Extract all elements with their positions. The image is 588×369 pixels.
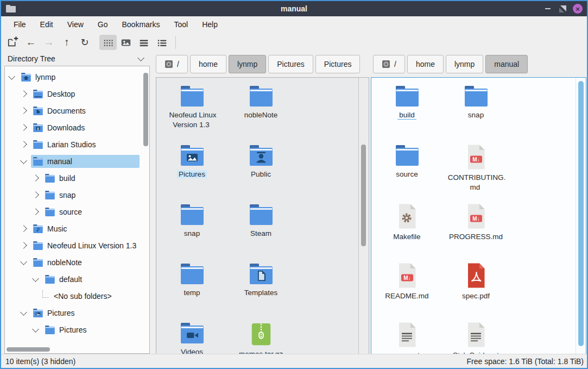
sidebar-horizontal-scrollbar[interactable]: [7, 347, 50, 352]
tree-item-snap[interactable]: snap: [5, 186, 142, 203]
tree-item-build[interactable]: build: [5, 170, 142, 186]
file-item-progress-md[interactable]: PROGRESS.md: [441, 199, 510, 259]
file-item-readme-md[interactable]: README.md: [372, 259, 441, 318]
folder-icon: [179, 262, 205, 285]
tree-item-lynmp[interactable]: lynmp: [5, 68, 142, 85]
chevron-collapsed-icon[interactable]: [20, 90, 27, 97]
item-count-status: 10 item(s) (3 hidden): [5, 357, 75, 366]
file-item-contributing-md[interactable]: CONTRIBUTING.md: [441, 140, 510, 199]
file-item-build[interactable]: build: [372, 81, 441, 140]
menubar: File Edit View Go Bookmarks Tool Help: [1, 16, 587, 33]
menu-view[interactable]: View: [60, 16, 91, 33]
folder-icon: [248, 203, 274, 226]
minimize-button[interactable]: [543, 4, 553, 14]
file-manager-window: manual × File Edit View Go Bookmarks Too…: [0, 0, 588, 369]
breadcrumb-pictures-2[interactable]: Pictures: [315, 55, 361, 73]
chevron-collapsed-icon[interactable]: [32, 174, 39, 182]
chevron-collapsed-icon[interactable]: [20, 242, 27, 249]
chevron-expanded-icon[interactable]: [8, 73, 15, 80]
chevron-collapsed-icon[interactable]: [32, 208, 39, 215]
markdown-file-icon: [465, 203, 487, 229]
right-scrollbar-thumb[interactable]: [578, 81, 584, 346]
tree-item-manual[interactable]: manual: [5, 153, 142, 170]
file-item-neofeud[interactable]: Neofeud Linux Version 1.3: [157, 81, 226, 140]
thumbnail-view-button[interactable]: [117, 35, 135, 50]
menu-go[interactable]: Go: [91, 16, 115, 33]
file-item-memes-archive[interactable]: memes.tar.gz: [226, 318, 295, 355]
tree-item-pictures-sub[interactable]: Pictures: [5, 321, 142, 338]
tree-item-documents[interactable]: Documents: [5, 102, 142, 119]
breadcrumb-lynmp[interactable]: lynmp: [446, 55, 483, 73]
reload-button[interactable]: [76, 35, 93, 50]
chevron-expanded-icon[interactable]: [20, 258, 27, 265]
tree-item-pictures[interactable]: Pictures: [5, 304, 142, 321]
middle-scrollbar-track[interactable]: [358, 78, 369, 354]
folder-icon: [394, 144, 420, 167]
chevron-collapsed-icon[interactable]: [20, 141, 27, 148]
drive-icon: [165, 60, 173, 68]
right-scrollbar-track[interactable]: [576, 78, 586, 354]
breadcrumb-manual[interactable]: manual: [485, 55, 528, 73]
chevron-collapsed-icon[interactable]: [20, 124, 27, 131]
breadcrumb-home[interactable]: home: [190, 55, 226, 73]
tree-item-neofeud[interactable]: Neofeud Linux Version 1.3: [5, 237, 142, 254]
breadcrumb-pictures[interactable]: Pictures: [268, 55, 313, 73]
chevron-expanded-icon[interactable]: [20, 157, 27, 164]
file-item-temp[interactable]: temp: [157, 259, 226, 318]
videos-folder-icon: [179, 322, 205, 345]
file-item-makefile[interactable]: Makefile: [372, 199, 441, 259]
chevron-expanded-icon[interactable]: [32, 275, 39, 282]
menu-file[interactable]: File: [7, 16, 33, 33]
folder-icon: [45, 274, 55, 284]
menu-bookmarks[interactable]: Bookmarks: [115, 16, 167, 33]
image-icon: [120, 36, 132, 48]
menu-help[interactable]: Help: [195, 16, 225, 33]
back-button[interactable]: [22, 35, 40, 50]
file-item-spec-pdf[interactable]: spec.pdf: [441, 259, 510, 318]
tree-item-downloads[interactable]: Downloads: [5, 119, 142, 136]
directory-tree: lynmp Desktop Documents Downloads Larian: [4, 66, 150, 354]
file-item-videos[interactable]: Videos: [157, 318, 226, 355]
icon-view-button[interactable]: [99, 35, 117, 50]
file-item-noblenote[interactable]: nobleNote: [226, 81, 295, 140]
chevron-expanded-icon[interactable]: [20, 309, 27, 316]
close-button[interactable]: ×: [573, 4, 583, 14]
folder-icon: [33, 140, 43, 149]
new-tab-button[interactable]: [4, 35, 22, 50]
file-item-pictures[interactable]: Pictures: [157, 140, 226, 199]
middle-scrollbar-thumb[interactable]: [361, 145, 366, 246]
breadcrumb-root[interactable]: /: [373, 55, 405, 73]
tree-item-larian-studios[interactable]: Larian Studios: [5, 136, 142, 153]
menu-edit[interactable]: Edit: [33, 16, 60, 33]
sidebar-vertical-scrollbar[interactable]: [143, 73, 148, 146]
tree-item-desktop[interactable]: Desktop: [5, 85, 142, 102]
file-item-snap[interactable]: snap: [157, 199, 226, 259]
sidebar-mode-select[interactable]: Directory Tree: [4, 52, 150, 66]
tree-item-default[interactable]: default: [5, 271, 142, 287]
file-item-source[interactable]: source: [372, 140, 441, 199]
tree-item-source[interactable]: source: [5, 203, 142, 220]
chevron-expanded-icon[interactable]: [32, 326, 39, 333]
file-item-steam[interactable]: Steam: [226, 199, 295, 259]
tree-item-music[interactable]: Music: [5, 220, 142, 237]
maximize-button[interactable]: [559, 5, 566, 12]
breadcrumb-home[interactable]: home: [407, 55, 444, 73]
chevron-collapsed-icon[interactable]: [20, 107, 27, 114]
detailed-list-view-button[interactable]: [153, 35, 170, 50]
chevron-collapsed-icon[interactable]: [32, 191, 39, 198]
folder-icon: [33, 258, 43, 267]
file-item-public[interactable]: Public: [226, 140, 295, 199]
chevron-collapsed-icon[interactable]: [20, 225, 27, 232]
file-item-templates[interactable]: Templates: [226, 259, 295, 318]
documents-folder-icon: [33, 106, 43, 116]
file-item-styleguide-rst[interactable]: StyleGuide.rst: [441, 318, 510, 355]
file-item-spec-rst[interactable]: spec.rst: [372, 318, 441, 355]
breadcrumb-root[interactable]: /: [156, 55, 188, 73]
compact-view-button[interactable]: [135, 35, 153, 50]
breadcrumb-lynmp[interactable]: lynmp: [229, 55, 266, 73]
forward-button[interactable]: [40, 35, 58, 50]
file-item-snap[interactable]: snap: [441, 81, 510, 140]
tree-item-noblenote[interactable]: nobleNote: [5, 254, 142, 271]
up-button[interactable]: [58, 35, 75, 50]
menu-tool[interactable]: Tool: [167, 16, 195, 33]
